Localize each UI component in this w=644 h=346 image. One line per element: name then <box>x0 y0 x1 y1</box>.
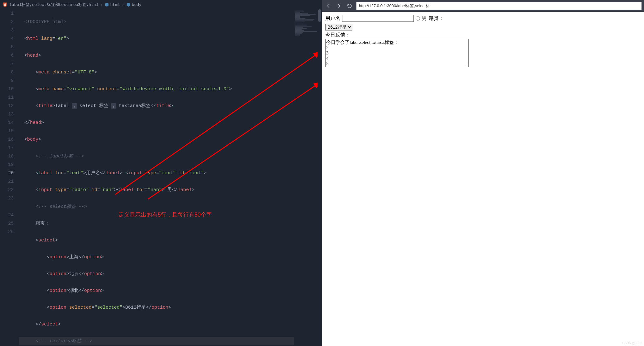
line-gutter: 1234567891011121314151617181920212223242… <box>0 9 19 346</box>
label-username: 用户名 <box>325 15 340 22</box>
male-radio[interactable] <box>416 16 420 21</box>
arrow-right-icon <box>336 3 342 9</box>
editor-body: 1234567891011121314151617181920212223242… <box>0 9 322 346</box>
chevron-right-icon: › <box>122 2 124 7</box>
forward-button[interactable] <box>335 2 343 10</box>
chevron-right-icon: › <box>100 2 103 7</box>
html5-icon <box>2 2 7 7</box>
scrollbar-thumb[interactable] <box>318 9 321 22</box>
browser-content: 用户名 男 籍贯： B612行星 今日反馈： <box>322 12 644 346</box>
code-area[interactable]: <!DOCTYPE html> <html lang="en"> <head> … <box>19 9 322 346</box>
arrow-left-icon <box>326 3 331 9</box>
username-input[interactable] <box>342 15 414 22</box>
annotation-text: 定义显示出的有5行，且每行有50个字 <box>118 211 212 218</box>
reload-icon <box>347 3 352 9</box>
back-button[interactable] <box>325 2 332 10</box>
label-male: 男 <box>422 15 427 22</box>
feedback-textarea[interactable] <box>325 39 469 67</box>
watermark: CSDN @1 9 2 <box>622 341 642 345</box>
browser-toolbar: http://127.0.0.1:3000/label标签,select标 <box>322 0 644 12</box>
breadcrumb-html[interactable]: html <box>105 2 120 7</box>
origin-select[interactable]: B612行星 <box>325 24 352 30</box>
editor-scrollbar[interactable] <box>317 9 322 346</box>
element-icon <box>126 2 131 7</box>
element-icon <box>105 2 109 7</box>
url-bar[interactable]: http://127.0.0.1:3000/label标签,select标 <box>356 2 642 10</box>
breadcrumb[interactable]: label标签,select标签和textarea标签.html › html … <box>0 0 322 9</box>
editor-pane: label标签,select标签和textarea标签.html › html … <box>0 0 322 346</box>
breadcrumb-file[interactable]: label标签,select标签和textarea标签.html <box>9 2 98 7</box>
browser-pane: http://127.0.0.1:3000/label标签,select标 用户… <box>322 0 644 346</box>
feedback-label: 今日反馈： <box>325 32 641 38</box>
reload-button[interactable] <box>346 2 353 10</box>
label-origin: 籍贯： <box>429 15 444 22</box>
breadcrumb-body[interactable]: body <box>126 2 141 7</box>
